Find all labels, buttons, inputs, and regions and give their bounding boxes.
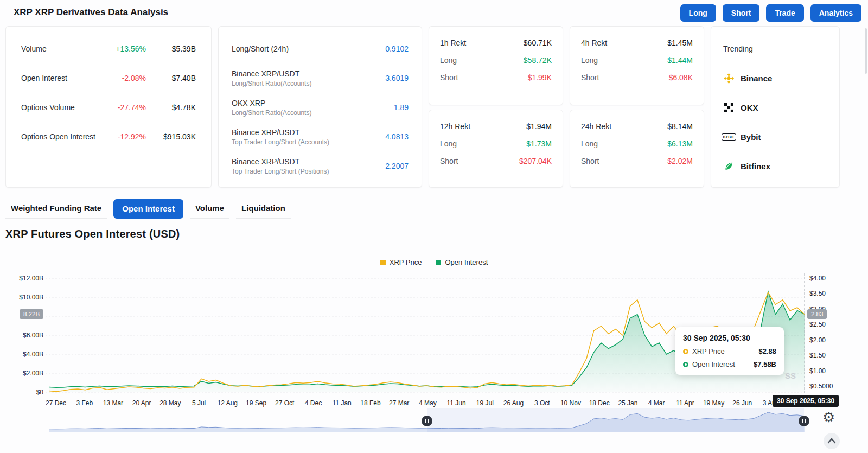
rekt-total-value: $1.94M	[526, 122, 552, 131]
ratio-value: 4.0813	[385, 132, 409, 141]
exchange-name: Bybit	[741, 132, 761, 142]
svg-text:19 Sep: 19 Sep	[246, 399, 266, 407]
rekt-long-value: $1.44M	[667, 56, 693, 65]
svg-text:$0.5000: $0.5000	[809, 382, 833, 390]
analytics-button[interactable]: Analytics	[810, 4, 861, 22]
navigator-handle-right[interactable]	[799, 416, 809, 426]
tab-weighted-funding-rate[interactable]: Weighted Funding Rate	[5, 199, 107, 219]
legend-item: Open Interest	[436, 258, 488, 266]
ratio-value: 3.6019	[385, 74, 409, 82]
stat-label: Open Interest	[21, 74, 99, 82]
tooltip-series-value: $7.58B	[754, 360, 776, 368]
svg-text:5 Jul: 5 Jul	[192, 399, 206, 407]
ratio-value: 1.89	[394, 103, 409, 112]
svg-text:18 Dec: 18 Dec	[589, 399, 610, 407]
ratio-sublabel: Top Trader Long/Short (Accounts)	[232, 138, 385, 146]
svg-text:13 Mar: 13 Mar	[103, 399, 123, 407]
ratio-row: Binance XRP/USDTTop Trader Long/Short (A…	[232, 122, 409, 151]
rekt-long-value: $1.73M	[526, 139, 552, 148]
trending-title: Trending	[723, 34, 827, 63]
scroll-to-top-button[interactable]	[824, 433, 840, 449]
rekt-short-value: $2.02M	[667, 157, 693, 165]
svg-text:28 May: 28 May	[159, 399, 181, 407]
rekt-short-label: Short	[581, 73, 599, 82]
svg-text:18 Feb: 18 Feb	[360, 399, 381, 407]
trending-card: Trending BinanceOKXBYBITBybitBitfinex	[711, 26, 840, 188]
svg-text:$4.00B: $4.00B	[23, 350, 43, 358]
rekt-period-label: 4h Rekt	[581, 39, 607, 47]
rekt-long-value: $58.72K	[524, 56, 552, 65]
svg-text:$1.50: $1.50	[809, 352, 826, 359]
legend-label: Open Interest	[445, 258, 488, 266]
ratio-value: 2.2007	[385, 162, 409, 170]
settings-gear-icon[interactable]: ⚙	[822, 410, 835, 424]
rekt-12h-card: 12h Rekt$1.94MLong$1.73MShort$207.04K	[429, 110, 563, 188]
stat-change: -12.92%	[99, 132, 146, 141]
navigator-selection[interactable]	[427, 408, 804, 432]
stat-row: Options Volume-27.74%$4.78K	[21, 93, 196, 122]
page: XRP XRP Derivatives Data Analysis LongSh…	[0, 0, 868, 453]
tab-volume[interactable]: Volume	[190, 199, 229, 219]
rekt-24h-card: 24h Rekt$8.14MLong$6.13MShort$2.02M	[570, 110, 704, 188]
rekt-short-value: $1.99K	[528, 73, 552, 82]
trending-item-bitfinex[interactable]: Bitfinex	[723, 151, 827, 181]
svg-text:$1.00: $1.00	[809, 367, 826, 375]
scrollbar-thumb[interactable]	[865, 28, 867, 74]
stat-label: Options Open Interest	[21, 132, 99, 141]
market-stats-rows: Volume+13.56%$5.39BOpen Interest-2.08%$7…	[21, 34, 196, 151]
chart-tabs: Weighted Funding RateOpen InterestVolume…	[5, 199, 291, 219]
svg-text:19 May: 19 May	[703, 399, 724, 407]
svg-text:27 Mar: 27 Mar	[389, 399, 409, 407]
navigator-handle-left[interactable]	[422, 416, 432, 426]
trending-item-binance[interactable]: Binance	[723, 63, 827, 93]
legend-item: XRP Price	[380, 258, 422, 266]
ratio-labels: Binance XRP/USDTLong/Short Ratio(Account…	[232, 69, 385, 87]
chart-legend: XRP PriceOpen Interest	[0, 258, 868, 266]
series-dot	[683, 362, 688, 367]
rekt-long-label: Long	[581, 139, 598, 148]
stat-change: +13.56%	[99, 44, 146, 53]
rekt-short-value: $207.04K	[519, 157, 552, 165]
bitfinex-icon	[723, 161, 734, 171]
rekt-long-label: Long	[440, 56, 457, 65]
svg-text:10 Nov: 10 Nov	[560, 399, 581, 407]
svg-text:12 Aug: 12 Aug	[218, 399, 238, 407]
exchange-name: OKX	[741, 103, 758, 112]
chart-navigator[interactable]	[49, 408, 805, 432]
trending-item-okx[interactable]: OKX	[723, 93, 827, 122]
ratio-value: 0.9102	[385, 44, 409, 53]
long-short-ratios-card: Long/Short (24h)0.9102Binance XRP/USDTLo…	[218, 26, 422, 188]
ratio-labels: Binance XRP/USDTTop Trader Long/Short (A…	[232, 128, 385, 146]
stat-label: Volume	[21, 44, 99, 53]
exchange-name: Bitfinex	[741, 162, 770, 171]
ratio-labels: Long/Short (24h)	[232, 44, 385, 53]
trade-button[interactable]: Trade	[766, 4, 803, 22]
svg-text:11 Apr: 11 Apr	[676, 399, 694, 407]
current-open-interest-badge: 8.22B	[20, 309, 43, 319]
svg-text:$2.00: $2.00	[809, 336, 826, 344]
short-button[interactable]: Short	[723, 4, 760, 22]
trending-item-bybit[interactable]: BYBITBybit	[723, 122, 827, 151]
stat-value: $4.78K	[146, 103, 196, 112]
svg-text:11 Jun: 11 Jun	[447, 399, 466, 407]
stat-value: $5.39B	[146, 44, 196, 53]
svg-text:26 Jun: 26 Jun	[732, 399, 752, 407]
svg-text:11 Jan: 11 Jan	[333, 399, 352, 407]
tab-open-interest[interactable]: Open Interest	[113, 199, 183, 219]
rekt-short-label: Short	[440, 157, 458, 165]
svg-text:4 Dec: 4 Dec	[305, 399, 322, 407]
header-actions: LongShortTradeAnalytics	[680, 4, 861, 22]
chart-area: $12.00B$10.00B$8.00B$6.00B$4.00B$2.00B$0…	[0, 255, 868, 453]
ratio-labels: OKX XRPLong/Short Ratio(Accounts)	[232, 99, 394, 117]
rekt-long-label: Long	[581, 56, 598, 65]
long-button[interactable]: Long	[680, 4, 716, 22]
tab-liquidation[interactable]: Liquidation	[236, 199, 291, 219]
rekt-period-label: 12h Rekt	[440, 122, 470, 131]
svg-text:$3.50: $3.50	[809, 290, 826, 297]
legend-swatch	[436, 260, 441, 265]
svg-text:$0: $0	[36, 388, 44, 396]
rekt-long-label: Long	[440, 139, 457, 148]
svg-text:20 Apr: 20 Apr	[132, 399, 151, 407]
stat-value: $7.40B	[146, 74, 196, 82]
stat-row: Options Open Interest-12.92%$915.03K	[21, 122, 196, 151]
